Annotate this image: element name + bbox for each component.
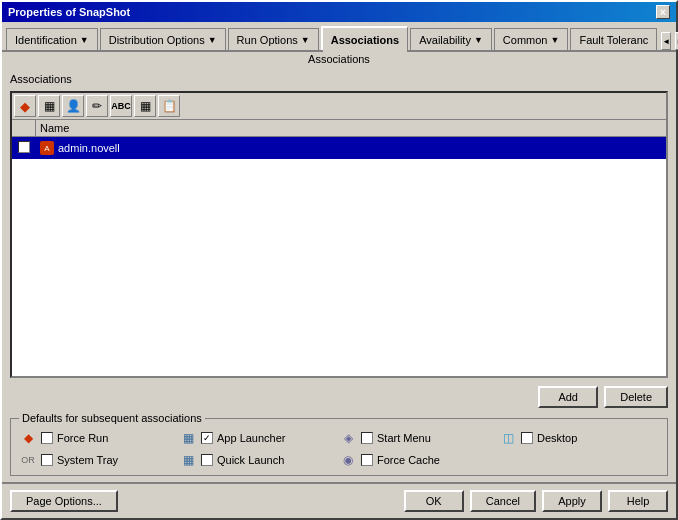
quick-launch-icon: ▦ (179, 451, 197, 469)
title-bar: Properties of SnapShot × (2, 2, 676, 22)
tb-obj-icon: ▦ (44, 99, 55, 113)
tab-fault-label: Fault Toleranc (579, 34, 648, 46)
app-launcher-checkbox[interactable] (201, 432, 213, 444)
defaults-item-empty (499, 451, 659, 469)
tab-run-options[interactable]: Run Options ▼ (228, 28, 319, 50)
col-check-header (12, 120, 36, 136)
tb-grid-btn[interactable]: ▦ (134, 95, 156, 117)
tab-distribution-options[interactable]: Distribution Options ▼ (100, 28, 226, 50)
desktop-icon: ◫ (499, 429, 517, 447)
active-tab-name-row: Associations (2, 52, 676, 67)
row-checkbox[interactable] (18, 141, 30, 153)
tab-availability-arrow: ▼ (474, 35, 483, 45)
footer: Page Options... OK Cancel Apply Help (2, 482, 676, 518)
tab-run-arrow: ▼ (301, 35, 310, 45)
tb-add-icon: ◆ (20, 99, 30, 114)
force-run-icon: ◆ (19, 429, 37, 447)
start-menu-icon: ◈ (339, 429, 357, 447)
force-cache-checkbox[interactable] (361, 454, 373, 466)
desktop-checkbox[interactable] (521, 432, 533, 444)
tb-edit-icon: ✏ (92, 99, 102, 113)
tb-export-icon: 📋 (162, 99, 177, 113)
add-button[interactable]: Add (538, 386, 598, 408)
force-cache-label: Force Cache (377, 454, 440, 466)
active-tab-name: Associations (308, 53, 370, 65)
page-options-button[interactable]: Page Options... (10, 490, 118, 512)
desktop-label: Desktop (537, 432, 577, 444)
help-button[interactable]: Help (608, 490, 668, 512)
defaults-item-force-cache: ◉ Force Cache (339, 451, 499, 469)
main-window: Properties of SnapShot × Identification … (0, 0, 678, 520)
tab-availability[interactable]: Availability ▼ (410, 28, 492, 50)
delete-button[interactable]: Delete (604, 386, 668, 408)
footer-right: OK Cancel Apply Help (404, 490, 668, 512)
defaults-title: Defaults for subsequent associations (19, 412, 205, 424)
start-menu-label: Start Menu (377, 432, 431, 444)
defaults-item-desktop: ◫ Desktop (499, 429, 659, 447)
ok-button[interactable]: OK (404, 490, 464, 512)
tb-user-icon: 👤 (66, 99, 81, 113)
cancel-button[interactable]: Cancel (470, 490, 536, 512)
table-toolbar: ◆ ▦ 👤 ✏ ABC ▦ 📋 (12, 93, 666, 120)
start-menu-checkbox[interactable] (361, 432, 373, 444)
tab-identification[interactable]: Identification ▼ (6, 28, 98, 50)
tb-export-btn[interactable]: 📋 (158, 95, 180, 117)
system-tray-icon: OR (19, 451, 37, 469)
tab-associations[interactable]: Associations (321, 26, 408, 50)
tab-identification-label: Identification (15, 34, 77, 46)
tab-distribution-label: Distribution Options (109, 34, 205, 46)
tab-distribution-arrow: ▼ (208, 35, 217, 45)
force-cache-icon: ◉ (339, 451, 357, 469)
add-delete-row: Add Delete (10, 382, 668, 412)
content-area: Associations ◆ ▦ 👤 ✏ ABC (2, 67, 676, 482)
defaults-item-quick-launch: ▦ Quick Launch (179, 451, 339, 469)
tab-fault-tolerance[interactable]: Fault Toleranc (570, 28, 657, 50)
quick-launch-checkbox[interactable] (201, 454, 213, 466)
tab-identification-arrow: ▼ (80, 35, 89, 45)
tb-user-btn[interactable]: 👤 (62, 95, 84, 117)
row-name-cell: A admin.novell (36, 139, 666, 157)
tab-common[interactable]: Common ▼ (494, 28, 569, 50)
table-row[interactable]: A admin.novell (12, 137, 666, 159)
quick-launch-label: Quick Launch (217, 454, 284, 466)
defaults-grid: ◆ Force Run ▦ App Launcher ◈ Start Menu (19, 429, 659, 469)
tb-obj-btn[interactable]: ▦ (38, 95, 60, 117)
app-launcher-icon: ▦ (179, 429, 197, 447)
defaults-box: Defaults for subsequent associations ◆ F… (10, 418, 668, 476)
tb-add-btn[interactable]: ◆ (14, 95, 36, 117)
associations-table: ◆ ▦ 👤 ✏ ABC ▦ 📋 (10, 91, 668, 378)
tab-associations-label: Associations (331, 34, 399, 46)
apply-button[interactable]: Apply (542, 490, 602, 512)
defaults-item-system-tray: OR System Tray (19, 451, 179, 469)
tb-abc-btn[interactable]: ABC (110, 95, 132, 117)
close-button[interactable]: × (656, 5, 670, 19)
tb-grid-icon: ▦ (140, 99, 151, 113)
defaults-item-force-run: ◆ Force Run (19, 429, 179, 447)
tab-common-arrow: ▼ (550, 35, 559, 45)
tab-availability-label: Availability (419, 34, 471, 46)
window-title: Properties of SnapShot (8, 6, 130, 18)
row-name: admin.novell (58, 142, 120, 154)
defaults-item-app-launcher: ▦ App Launcher (179, 429, 339, 447)
defaults-item-start-menu: ◈ Start Menu (339, 429, 499, 447)
force-run-label: Force Run (57, 432, 108, 444)
force-run-checkbox[interactable] (41, 432, 53, 444)
col-name-header: Name (36, 120, 666, 136)
row-icon: A (40, 141, 54, 155)
tab-prev-button[interactable]: ◄ (661, 32, 671, 50)
tab-run-label: Run Options (237, 34, 298, 46)
app-launcher-label: App Launcher (217, 432, 286, 444)
tab-common-label: Common (503, 34, 548, 46)
system-tray-label: System Tray (57, 454, 118, 466)
tb-abc-icon: ABC (111, 101, 131, 111)
system-tray-checkbox[interactable] (41, 454, 53, 466)
tb-edit-btn[interactable]: ✏ (86, 95, 108, 117)
section-label: Associations (10, 73, 668, 85)
row-checkbox-cell (12, 141, 36, 155)
tab-bar: Identification ▼ Distribution Options ▼ … (2, 22, 676, 52)
table-header: Name (12, 120, 666, 137)
